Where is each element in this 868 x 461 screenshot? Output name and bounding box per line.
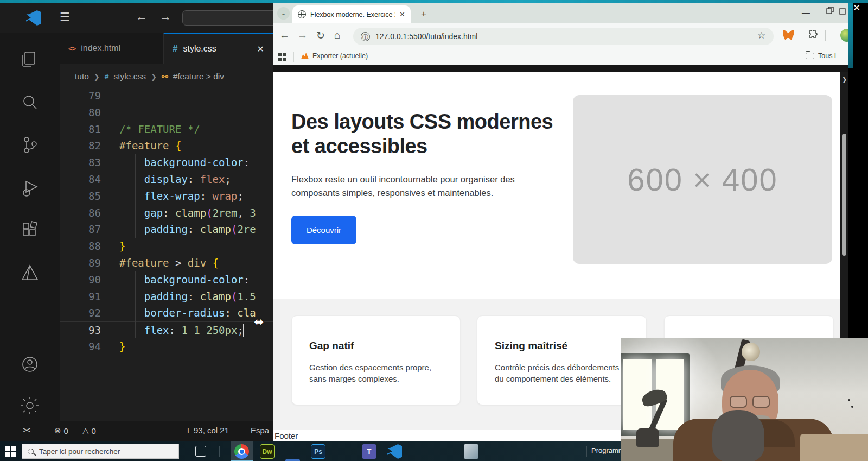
bookmark-exporter[interactable]: Exporter (actuelle) [301, 52, 368, 60]
code-line-90[interactable]: 90 background-color: [60, 271, 273, 288]
scrollbar-arrow-icon[interactable]: ❯ [842, 76, 847, 83]
code-line-80[interactable]: 80 [60, 104, 273, 121]
scrollbar-thumb[interactable] [842, 134, 846, 256]
person-glasses [729, 396, 772, 408]
code-line-84[interactable]: 84 display: flex; [60, 171, 273, 188]
address-bar[interactable]: ⓘ 127.0.0.1:5500/tuto/index.html [353, 28, 774, 45]
settings-gear-icon[interactable] [20, 395, 40, 416]
browser-toolbar: ← → ↻ ⌂ ⓘ 127.0.0.1:5500/tuto/index.html… [273, 23, 848, 49]
text-caret [243, 324, 244, 337]
profile-avatar[interactable] [840, 29, 848, 42]
close-icon[interactable]: ✕ [851, 2, 863, 13]
run-debug-icon[interactable] [20, 178, 40, 199]
metamask-extension-icon[interactable] [783, 30, 794, 40]
cursor-position[interactable]: L 93, col 21 [187, 426, 229, 435]
code-text: padding: clamp(1.5 [119, 288, 256, 305]
chevron-right-icon: ❯ [151, 73, 157, 81]
code-line-92[interactable]: 92 border-radius: cla [60, 305, 273, 321]
card-title: Sizing maîtrisé [495, 340, 629, 352]
bookmarks-divider [293, 52, 294, 62]
indentation-setting[interactable]: Espa [251, 426, 269, 435]
restore-icon[interactable] [826, 7, 834, 16]
back-arrow-icon[interactable]: ← [136, 10, 148, 24]
close-icon[interactable]: ✕ [399, 10, 405, 18]
teams-taskbar-icon[interactable]: T [362, 444, 376, 459]
maximize-icon[interactable] [839, 7, 846, 17]
feature-card: Gap natifGestion des espacements propre,… [291, 315, 461, 405]
tab-style-css[interactable]: # style.css ✕ [163, 33, 273, 64]
warnings-indicator[interactable]: △0 [82, 426, 96, 435]
forward-arrow-icon[interactable]: → [297, 29, 308, 41]
command-search-box[interactable] [182, 10, 273, 26]
hamburger-menu-icon[interactable]: ☰ [60, 10, 70, 23]
tab-label: style.css [183, 44, 216, 54]
forward-arrow-icon[interactable]: → [159, 10, 171, 24]
breadcrumb-symbol[interactable]: #feature > div [173, 72, 224, 81]
source-control-icon[interactable] [20, 135, 40, 155]
code-line-86[interactable]: 86 gap: clamp(2rem, 3 [60, 205, 273, 222]
breadcrumb[interactable]: tuto ❯ # style.css ❯ ⚯ #feature > div [60, 64, 273, 89]
code-line-88[interactable]: 88} [60, 238, 273, 255]
bookmarks-bar: Exporter (actuelle) Tous l [273, 49, 848, 65]
search-icon[interactable] [20, 92, 40, 113]
code-text: } [119, 338, 125, 355]
bookmark-star-icon[interactable]: ☆ [757, 30, 765, 41]
code-line-93[interactable]: 93 flex: 1 1 250px; [60, 321, 273, 338]
code-line-85[interactable]: 85 flex-wrap: wrap; [60, 188, 273, 205]
pyramid-extension-icon[interactable] [20, 263, 40, 283]
apps-grid-icon[interactable] [278, 53, 286, 61]
explorer-icon[interactable] [20, 49, 40, 70]
new-tab-button[interactable]: + [417, 8, 430, 21]
extensions-puzzle-icon[interactable] [807, 30, 818, 43]
vscode-taskbar-icon[interactable] [387, 444, 402, 459]
close-icon[interactable]: ✕ [257, 44, 264, 54]
home-icon[interactable]: ⌂ [334, 29, 340, 41]
code-line-82[interactable]: 82#feature { [60, 137, 273, 154]
calculator-taskbar-icon[interactable] [285, 459, 300, 461]
tab-index-html[interactable]: <> index.html [60, 33, 163, 64]
code-text: /* FEATURE */ [119, 121, 200, 138]
line-number: 93 [60, 322, 101, 339]
code-editor[interactable]: 798081/* FEATURE */82#feature {83 backgr… [60, 89, 273, 421]
code-line-89[interactable]: 89#feature > div { [60, 255, 273, 271]
app-taskbar-icon[interactable] [464, 444, 478, 459]
code-line-91[interactable]: 91 padding: clamp(1.5 [60, 288, 273, 305]
code-text: background-color: [119, 271, 250, 288]
breadcrumb-folder[interactable]: tuto [75, 72, 89, 81]
line-number: 91 [60, 288, 101, 305]
code-line-94[interactable]: 94} [60, 338, 273, 355]
browser-tab-strip: ⌄ Flexbox moderne. Exercice 2 ✕ + — [273, 3, 848, 23]
microphone [712, 410, 764, 461]
browser-tab[interactable]: Flexbox moderne. Exercice 2 ✕ [292, 5, 411, 23]
photoshop-taskbar-icon[interactable]: Ps [311, 444, 326, 459]
start-button-icon[interactable] [5, 446, 16, 457]
wall-mark [848, 399, 850, 401]
accounts-icon[interactable] [20, 354, 40, 375]
tab-list-chevron-icon[interactable]: ⌄ [277, 7, 290, 20]
chrome-taskbar-icon[interactable] [234, 444, 249, 459]
line-number: 94 [60, 338, 101, 355]
reload-icon[interactable]: ↻ [316, 29, 325, 42]
all-bookmarks-folder[interactable]: Tous l [806, 52, 836, 60]
code-line-83[interactable]: 83 background-color: [60, 154, 273, 171]
code-line-87[interactable]: 87 padding: clamp(2re [60, 221, 273, 238]
code-line-81[interactable]: 81/* FEATURE */ [60, 121, 273, 138]
mouse-resize-cursor: ⬌ [254, 315, 264, 329]
code-line-79[interactable]: 79 [60, 89, 273, 104]
status-bar: >< ⊗0 △0 L 93, col 21 Espa [0, 421, 273, 441]
breadcrumb-file[interactable]: style.css [114, 72, 146, 81]
footer-text: Footer [275, 431, 298, 440]
taskbar-search[interactable]: Taper ici pour rechercher [22, 444, 179, 459]
errors-indicator[interactable]: ⊗0 [54, 426, 68, 435]
url-text[interactable]: 127.0.0.1:5500/tuto/index.html [375, 32, 477, 41]
dreamweaver-taskbar-icon[interactable]: Dw [260, 444, 275, 459]
discover-button[interactable]: Découvrir [291, 216, 356, 244]
site-info-icon[interactable]: ⓘ [361, 32, 370, 41]
remote-indicator[interactable]: >< [23, 426, 29, 434]
minimize-icon[interactable]: — [802, 8, 810, 17]
extensions-icon[interactable] [20, 220, 40, 241]
back-arrow-icon[interactable]: ← [279, 29, 290, 41]
vscode-titlebar: ☰ ← → [0, 3, 273, 33]
code-text: border-radius: cla [119, 305, 256, 321]
task-view-icon[interactable] [195, 446, 206, 457]
